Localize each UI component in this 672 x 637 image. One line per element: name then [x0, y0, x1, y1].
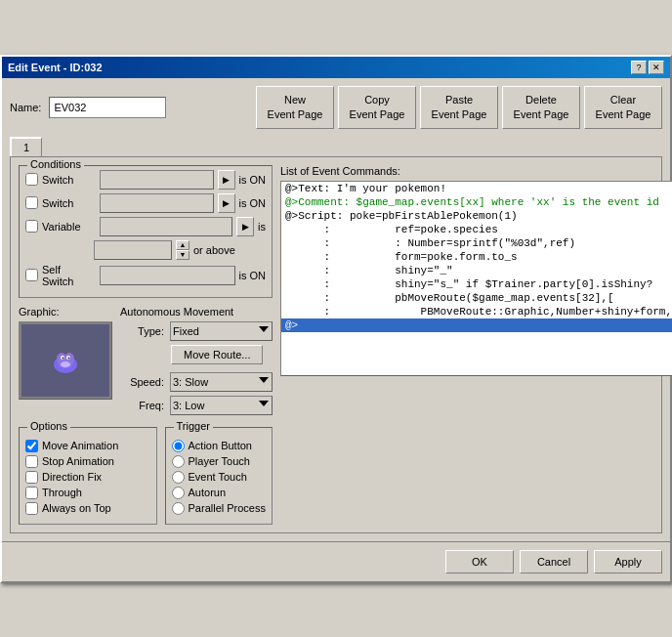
type-select[interactable]: Fixed Random Approach Custom [170, 321, 273, 341]
svg-point-8 [61, 361, 70, 367]
list-item[interactable]: : : Number=sprintf("%03d",ref) [281, 236, 672, 250]
player-touch-row: Player Touch [172, 455, 266, 468]
graphic-movement-row: Graphic: [19, 306, 273, 419]
graphic-box[interactable] [19, 321, 112, 400]
paste-event-page-button[interactable]: PasteEvent Page [420, 86, 498, 129]
variable-label: Variable [42, 221, 96, 233]
stop-animation-row: Stop Animation [25, 455, 150, 468]
list-item[interactable]: : shiny="s_" if $Trainer.party[0].isShin… [281, 277, 672, 291]
delete-event-page-button[interactable]: DeleteEvent Page [502, 86, 580, 129]
list-item-selected[interactable]: @> [281, 318, 672, 332]
always-on-top-checkbox[interactable] [25, 502, 38, 515]
conditions-title: Conditions [27, 158, 84, 170]
ok-button[interactable]: OK [445, 550, 514, 573]
switch2-arrow[interactable]: ▶ [218, 193, 235, 213]
number-field[interactable] [94, 240, 172, 260]
autonomous-movement-title: Autonomous Movement [120, 306, 273, 318]
left-panel: Conditions Switch ▶ is ON Switch [19, 165, 273, 525]
options-box: Options Move Animation Stop Animation [19, 427, 157, 525]
type-label: Type: [120, 325, 164, 337]
direction-fix-checkbox[interactable] [25, 471, 38, 484]
parallel-process-label: Parallel Process [189, 502, 266, 514]
options-items: Move Animation Stop Animation Direction … [25, 440, 150, 515]
list-item[interactable]: : pbMoveRoute($game_map.events[32],[ [281, 291, 672, 305]
move-animation-label: Move Animation [42, 440, 118, 451]
switch2-dropdown[interactable] [100, 193, 214, 213]
window-title: Edit Event - ID:032 [8, 62, 103, 73]
event-touch-radio[interactable] [172, 471, 185, 484]
event-touch-row: Event Touch [172, 471, 266, 484]
options-title: Options [27, 420, 70, 432]
cancel-button[interactable]: Cancel [520, 550, 588, 573]
spin-up-button[interactable]: ▲ [176, 240, 189, 250]
switch1-arrow[interactable]: ▶ [218, 170, 235, 190]
event-commands-list[interactable]: @>Text: I'm your pokemon! @>Comment: $ga… [280, 181, 672, 376]
switch1-label: Switch [42, 174, 96, 186]
move-animation-checkbox[interactable] [25, 440, 38, 452]
autorun-label: Autorun [189, 487, 227, 498]
through-label: Through [42, 487, 82, 498]
self-switch-checkbox[interactable] [25, 269, 38, 281]
speed-select[interactable]: 1: Slowest 2: Slower 3: Slow 4: Normal 5… [170, 372, 273, 392]
list-item[interactable]: @>Script: poke=pbFirstAblePokemon(1) [281, 209, 672, 223]
move-route-button[interactable]: Move Route... [171, 345, 263, 364]
autorun-radio[interactable] [172, 487, 185, 499]
right-panel: List of Event Commands: @>Text: I'm your… [280, 165, 672, 525]
switch1-dropdown[interactable] [100, 170, 214, 190]
parallel-process-radio[interactable] [172, 502, 185, 515]
clear-event-page-button[interactable]: ClearEvent Page [584, 86, 662, 129]
title-bar-controls: ? ✕ [631, 61, 664, 74]
tabs-row: 1 [10, 137, 662, 156]
freq-row: Freq: 1: Lowest 2: Lower 3: Low 4: Norma… [120, 396, 273, 415]
variable-dropdown[interactable] [100, 217, 232, 236]
new-event-page-button[interactable]: NewEvent Page [256, 86, 334, 129]
action-button-radio[interactable] [172, 440, 185, 452]
pokemon-sprite [48, 343, 83, 378]
stop-animation-label: Stop Animation [42, 455, 114, 467]
self-switch-label: Self Switch [42, 264, 96, 287]
graphic-label: Graphic: [19, 306, 112, 318]
help-button[interactable]: ? [631, 61, 647, 74]
trigger-items: Action Button Player Touch Event Touch [172, 440, 266, 515]
freq-select[interactable]: 1: Lowest 2: Lower 3: Low 4: Normal 5: H… [170, 396, 273, 415]
toolbar: NewEvent Page CopyEvent Page PasteEvent … [256, 86, 662, 129]
always-on-top-row: Always on Top [25, 502, 150, 515]
variable-checkbox[interactable] [25, 220, 38, 233]
player-touch-radio[interactable] [172, 455, 185, 468]
close-button[interactable]: ✕ [649, 61, 664, 74]
direction-fix-label: Direction Fix [42, 471, 102, 483]
event-commands-label: List of Event Commands: [280, 165, 672, 177]
stop-animation-checkbox[interactable] [25, 455, 38, 468]
main-content: Name: NewEvent Page CopyEvent Page Paste… [2, 78, 670, 541]
options-trigger-row: Options Move Animation Stop Animation [19, 427, 273, 525]
freq-label: Freq: [120, 400, 164, 411]
through-checkbox[interactable] [25, 487, 38, 499]
name-input[interactable] [49, 97, 166, 118]
switch2-checkbox[interactable] [25, 196, 38, 209]
copy-event-page-button[interactable]: CopyEvent Page [338, 86, 416, 129]
variable-arrow[interactable]: ▶ [236, 217, 254, 236]
list-item[interactable]: : ref=poke.species [281, 223, 672, 236]
conditions-group: Conditions Switch ▶ is ON Switch [19, 165, 273, 298]
tab-1[interactable]: 1 [10, 137, 42, 156]
spin-buttons: ▲ ▼ [176, 240, 189, 260]
always-on-top-label: Always on Top [42, 502, 111, 514]
list-item[interactable]: : PBMoveRoute::Graphic,Number+shiny+form… [281, 305, 672, 318]
list-item[interactable]: @>Text: I'm your pokemon! [281, 182, 672, 195]
list-item[interactable]: @>Comment: $game_map.events[xx] where 'x… [281, 195, 672, 209]
footer: OK Cancel Apply [2, 541, 670, 581]
apply-button[interactable]: Apply [594, 550, 662, 573]
autorun-row: Autorun [172, 487, 266, 499]
move-animation-row: Move Animation [25, 440, 150, 452]
speed-label: Speed: [120, 376, 164, 388]
switch1-checkbox[interactable] [25, 173, 38, 186]
variable-row: Variable ▶ is [25, 217, 266, 236]
spin-down-button[interactable]: ▼ [176, 250, 189, 260]
trigger-title: Trigger [174, 420, 213, 432]
graphic-section: Graphic: [19, 306, 112, 419]
name-label: Name: [10, 102, 41, 113]
list-item[interactable]: : shiny="_" [281, 264, 672, 277]
list-item[interactable]: : form=poke.form.to_s [281, 250, 672, 264]
trigger-box: Trigger Action Button Player Touch [165, 427, 273, 525]
self-switch-dropdown[interactable] [100, 266, 235, 285]
